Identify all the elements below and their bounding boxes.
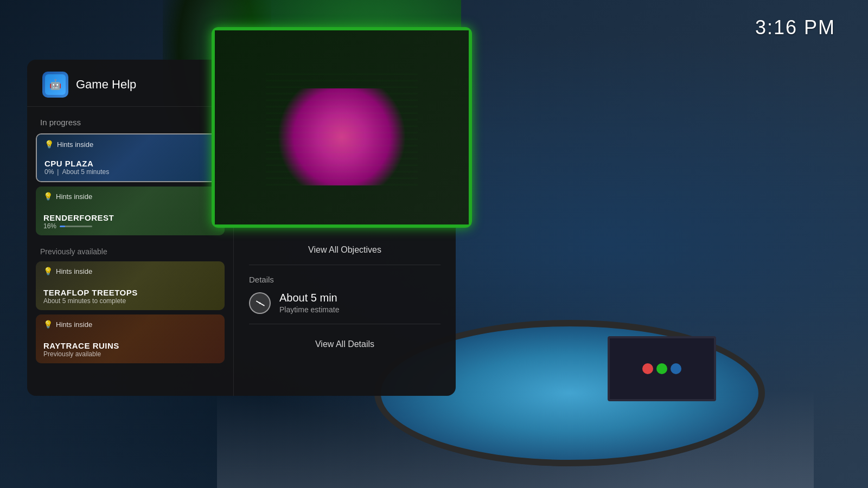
- cpu-card-subtitle: 0% | About 5 minutes: [44, 168, 216, 176]
- render-progress-bar: [60, 226, 92, 227]
- ray-card-subtitle: Previously available: [43, 350, 217, 358]
- tera-card-subtitle: About 5 minutes to complete: [43, 297, 217, 305]
- view-all-details-button[interactable]: View All Details: [249, 335, 441, 354]
- activity-card-raytrace[interactable]: 💡 Hints inside RAYTRACE RUINS Previously…: [36, 314, 225, 363]
- clock-display: 3:16 PM: [755, 16, 835, 39]
- hints-badge-cpu: 💡 Hints inside: [44, 140, 216, 149]
- clock-icon: [249, 292, 271, 314]
- panel-title: Game Help: [76, 78, 136, 92]
- render-card-subtitle: 16%: [43, 222, 217, 230]
- view-all-objectives-button[interactable]: View All Objectives: [249, 240, 441, 265]
- section-divider: [249, 265, 441, 265]
- ray-subtitle-text: Previously available: [43, 350, 101, 358]
- monitor-dot-green: [656, 363, 667, 374]
- cpu-separator: |: [57, 168, 59, 176]
- details-section-title: Details: [249, 275, 441, 284]
- detail-row-playtime: About 5 min Playtime estimate: [249, 292, 441, 324]
- hints-badge-tera: 💡 Hints inside: [43, 267, 217, 275]
- card-content-tera: 💡 Hints inside TERAFLOP TREETOPS About 5…: [36, 261, 225, 310]
- in-progress-label: In progress: [27, 118, 233, 133]
- cpu-card-bottom: CPU PLAZA 0% | About 5 minutes: [44, 159, 216, 176]
- cpu-progress-text: 0%: [44, 168, 54, 176]
- hints-badge-render: 💡 Hints inside: [43, 192, 217, 201]
- playtime-main: About 5 min: [279, 292, 339, 304]
- game-icon: 🤖: [42, 72, 68, 98]
- monitor-decoration: [608, 336, 716, 401]
- hint-icon-ray: 💡: [43, 320, 53, 329]
- activity-card-renderforest[interactable]: 💡 Hints inside RENDERFOREST 16%: [36, 187, 225, 235]
- card-content-render: 💡 Hints inside RENDERFOREST 16%: [36, 187, 225, 235]
- ray-card-bottom: RAYTRACE RUINS Previously available: [43, 341, 217, 358]
- hints-badge-ray: 💡 Hints inside: [43, 320, 217, 329]
- tera-card-title: TERAFLOP TREETOPS: [43, 288, 217, 297]
- monitor-dot-red: [642, 363, 653, 374]
- render-card-title: RENDERFOREST: [43, 213, 217, 222]
- hint-icon-render: 💡: [43, 192, 53, 201]
- hints-text-render: Hints inside: [56, 192, 92, 201]
- clock-center-dot: [259, 302, 261, 304]
- render-progress-fill: [60, 226, 65, 227]
- left-column: In progress 💡 Hints inside CPU PLAZA 0% …: [27, 107, 233, 396]
- neon-screen: [212, 27, 472, 228]
- game-icon-inner: 🤖: [45, 74, 66, 95]
- details-section: Details About 5 min Playtime estimate: [249, 275, 441, 385]
- render-card-bottom: RENDERFOREST 16%: [43, 213, 217, 230]
- hints-text-ray: Hints inside: [56, 320, 92, 329]
- tera-card-bottom: TERAFLOP TREETOPS About 5 minutes to com…: [43, 288, 217, 305]
- cpu-card-title: CPU PLAZA: [44, 159, 216, 168]
- clock-face: [253, 297, 266, 310]
- hint-icon-tera: 💡: [43, 267, 53, 275]
- ray-card-title: RAYTRACE RUINS: [43, 341, 217, 350]
- activity-card-teraflop[interactable]: 💡 Hints inside TERAFLOP TREETOPS About 5…: [36, 261, 225, 310]
- card-content-cpu: 💡 Hints inside CPU PLAZA 0% | About 5 mi…: [37, 134, 224, 181]
- cpu-time-text: About 5 minutes: [62, 168, 109, 176]
- playtime-info: About 5 min Playtime estimate: [279, 292, 339, 314]
- card-content-ray: 💡 Hints inside RAYTRACE RUINS Previously…: [36, 314, 225, 363]
- hints-text-tera: Hints inside: [56, 267, 92, 275]
- monitor-dot-blue: [671, 363, 681, 374]
- playtime-sub: Playtime estimate: [279, 305, 339, 314]
- activity-card-cpu-plaza[interactable]: 💡 Hints inside CPU PLAZA 0% | About 5 mi…: [36, 133, 225, 182]
- hints-text-cpu: Hints inside: [57, 140, 93, 149]
- previously-available-label: Previously available: [27, 240, 233, 261]
- render-progress-text: 16%: [43, 222, 56, 230]
- hint-icon-cpu: 💡: [44, 140, 54, 149]
- tera-subtitle-text: About 5 minutes to complete: [43, 297, 126, 305]
